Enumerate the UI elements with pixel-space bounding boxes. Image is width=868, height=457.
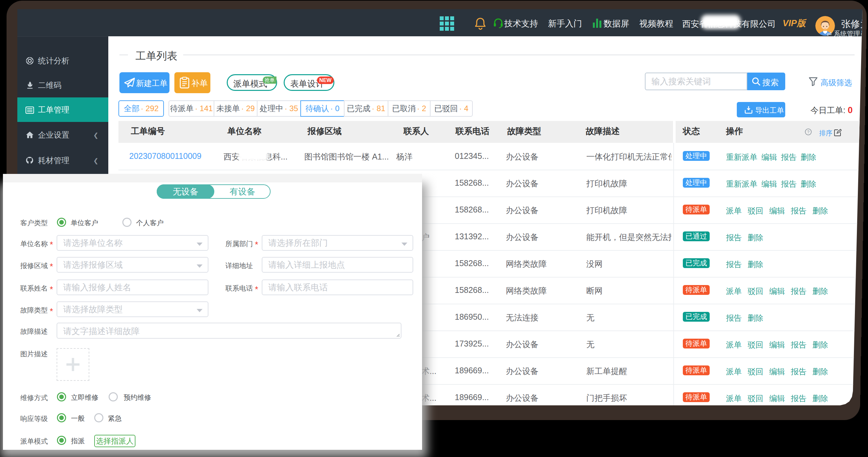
svg-text:?: ? <box>807 130 809 134</box>
